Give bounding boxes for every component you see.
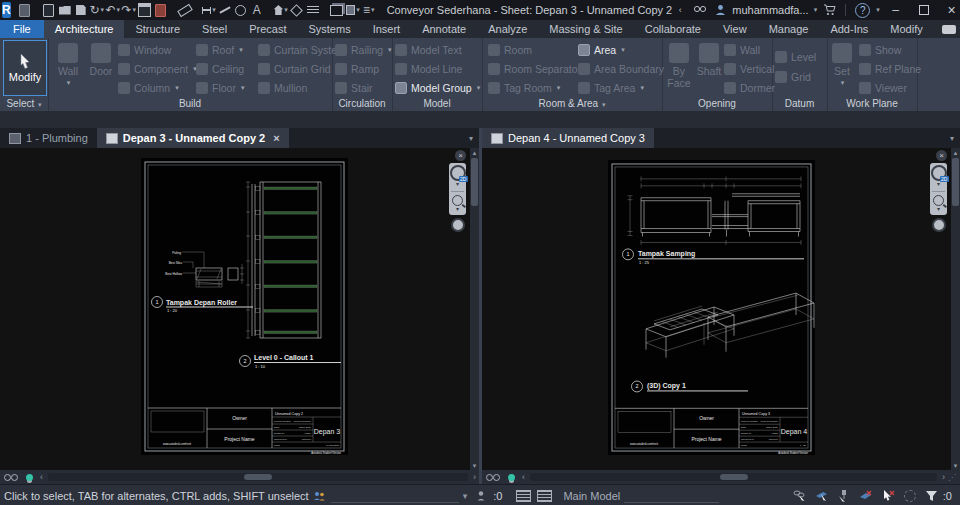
ribbon-item-viewer[interactable]: Viewer xyxy=(859,79,907,96)
revit-logo[interactable]: R xyxy=(2,2,11,18)
hscroll-right-icon[interactable]: › xyxy=(939,472,948,482)
tab-list-icon[interactable]: ▾ xyxy=(463,134,479,143)
customize-qat-icon[interactable]: ≡▾ xyxy=(362,2,376,18)
right-drawing-canvas[interactable]: 1 Tampak Samping 1 : 25 2 (3D) Copy 1 xyxy=(482,148,960,470)
horizontal-scrollbar[interactable] xyxy=(530,473,937,481)
new-file-icon[interactable] xyxy=(42,2,56,18)
design-option-select[interactable]: Main Model xyxy=(563,490,620,502)
section-icon[interactable] xyxy=(290,2,304,18)
minimize-button[interactable]: – xyxy=(884,1,908,19)
ribbon-item-mullion[interactable]: Mullion xyxy=(258,79,307,96)
design-options-dialog-icon[interactable] xyxy=(537,490,552,502)
zoom-menu-caret-icon[interactable]: ▾ xyxy=(937,206,940,213)
close-inactive-views-icon[interactable] xyxy=(330,2,344,18)
drag-on-selection-toggle[interactable] xyxy=(880,489,896,503)
tab-manage[interactable]: Manage xyxy=(758,20,820,38)
ribbon-item-area[interactable]: Area▾ xyxy=(578,41,625,58)
horizontal-scrollbar[interactable] xyxy=(48,473,468,481)
view-tab-plumbing[interactable]: 1 - Plumbing xyxy=(0,128,97,148)
steering-wheel-icon[interactable]: 2D xyxy=(450,165,466,181)
tab-collaborate[interactable]: Collaborate xyxy=(634,20,712,38)
editing-requests-icon[interactable] xyxy=(474,489,490,503)
ribbon-item-floor[interactable]: Floor▾ xyxy=(196,79,244,96)
panel-room-area-label[interactable]: Room & Area ▾ xyxy=(482,98,662,110)
close-button[interactable]: × xyxy=(940,1,960,19)
navbar-close-icon[interactable]: × xyxy=(455,150,466,161)
tab-insert[interactable]: Insert xyxy=(362,20,412,38)
select-by-face-toggle[interactable] xyxy=(858,489,874,503)
ribbon-item-component[interactable]: Component▾ xyxy=(118,60,197,77)
ribbon-item-model-line[interactable]: Model Line xyxy=(395,60,462,77)
design-option-field[interactable] xyxy=(624,488,719,503)
ribbon-item-ramp[interactable]: Ramp xyxy=(335,60,379,77)
user-icon[interactable] xyxy=(713,2,727,18)
ribbon-item-room-separator[interactable]: Room Separator xyxy=(488,60,581,77)
tab-annotate[interactable]: Annotate xyxy=(411,20,477,38)
tab-massing-site[interactable]: Massing & Site xyxy=(538,20,633,38)
ribbon-item-dormer[interactable]: Dormer xyxy=(724,79,775,96)
select-pinned-toggle[interactable] xyxy=(836,489,852,503)
navbar-options-icon[interactable] xyxy=(932,218,946,232)
interoperability-icon[interactable] xyxy=(18,2,32,18)
ribbon-item-model-group[interactable]: Model Group▾ xyxy=(395,79,480,96)
account-name[interactable]: muhammadfa... xyxy=(732,4,808,16)
tab-modify[interactable]: Modify xyxy=(879,20,933,38)
select-links-toggle[interactable] xyxy=(792,489,808,503)
aligned-dimension-icon[interactable]: ▾ xyxy=(202,2,216,18)
tab-systems[interactable]: Systems xyxy=(297,20,361,38)
workset-dropdown-icon[interactable]: ▾ xyxy=(463,491,468,501)
temporary-hide-isolate-icon[interactable] xyxy=(486,474,500,481)
sheet-depan3[interactable]: Puling Besi Siku Besi Hollow 1 Tampak De… xyxy=(141,158,348,455)
ribbon-item-room[interactable]: Room xyxy=(488,41,532,58)
sheet-depan4[interactable]: 1 Tampak Samping 1 : 25 2 (3D) Copy 1 xyxy=(608,160,815,455)
ribbon-item-roof[interactable]: Roof▾ xyxy=(196,41,243,58)
hscroll-left-icon[interactable]: ‹ xyxy=(37,472,46,482)
tab-analyze[interactable]: Analyze xyxy=(477,20,538,38)
zoom-tool-icon[interactable] xyxy=(452,195,463,206)
tab-architecture[interactable]: Architecture xyxy=(44,20,125,38)
worksets-dialog-icon[interactable] xyxy=(516,490,531,502)
ribbon-item-window[interactable]: Window xyxy=(118,41,171,58)
reveal-hidden-elements-icon[interactable] xyxy=(508,474,515,481)
ribbon-item-level[interactable]: Level xyxy=(775,48,816,65)
workset-field[interactable] xyxy=(331,488,459,503)
zoom-menu-caret-icon[interactable]: ▾ xyxy=(456,206,459,213)
tab-steel[interactable]: Steel xyxy=(191,20,238,38)
scroll-up-icon[interactable]: ▲ xyxy=(951,148,960,157)
ribbon-item-ceiling[interactable]: Ceiling xyxy=(196,60,244,77)
temporary-hide-isolate-icon[interactable] xyxy=(4,474,18,481)
navbar-close-icon[interactable]: × xyxy=(936,150,947,161)
modify-button[interactable]: Modify xyxy=(3,40,47,96)
select-underlay-toggle[interactable] xyxy=(814,489,830,503)
ribbon-item-area-boundary[interactable]: Area Boundary xyxy=(578,60,664,77)
left-drawing-canvas[interactable]: Puling Besi Siku Besi Hollow 1 Tampak De… xyxy=(0,148,479,470)
help-caret-icon[interactable]: ▾ xyxy=(876,6,880,14)
measure-icon[interactable] xyxy=(178,2,192,18)
ribbon-item-ref-plane[interactable]: Ref Plane xyxy=(859,60,921,77)
reveal-hidden-elements-icon[interactable] xyxy=(26,474,33,481)
tab-add-ins[interactable]: Add-Ins xyxy=(819,20,879,38)
switch-windows-icon[interactable]: ▾ xyxy=(346,2,360,18)
ribbon-item-wall-opening[interactable]: Wall xyxy=(724,41,760,58)
zoom-tool-icon[interactable] xyxy=(933,195,944,206)
thin-lines-icon[interactable] xyxy=(306,2,320,18)
cart-icon[interactable] xyxy=(822,2,836,18)
help-icon[interactable]: ? xyxy=(855,3,870,18)
title-block[interactable]: www.autodesk.com/revit Owner Project Nam… xyxy=(615,408,809,454)
ribbon-item-shaft[interactable]: Shaft xyxy=(696,40,722,96)
ribbon-item-wall[interactable]: Wall▾ xyxy=(50,40,86,96)
tab-list-icon[interactable]: ▾ xyxy=(944,134,960,143)
ribbon-item-model-text[interactable]: Model Text xyxy=(395,41,462,58)
navbar-options-icon[interactable] xyxy=(451,218,465,232)
tab-structure[interactable]: Structure xyxy=(124,20,191,38)
viewport-level0-callout[interactable] xyxy=(246,182,321,338)
close-view-icon[interactable]: × xyxy=(273,132,279,144)
restore-button[interactable] xyxy=(912,1,936,19)
search-icon[interactable] xyxy=(693,2,707,18)
ribbon-item-set[interactable]: Set▾ xyxy=(829,40,855,96)
wheel-menu-caret-icon[interactable]: ▾ xyxy=(456,181,459,188)
tag-by-category-icon[interactable] xyxy=(234,2,248,18)
account-caret-icon[interactable]: ▾ xyxy=(814,6,818,14)
search-back-icon[interactable]: ‹ xyxy=(673,2,687,18)
ribbon-item-railing[interactable]: Railing▾ xyxy=(335,41,392,58)
